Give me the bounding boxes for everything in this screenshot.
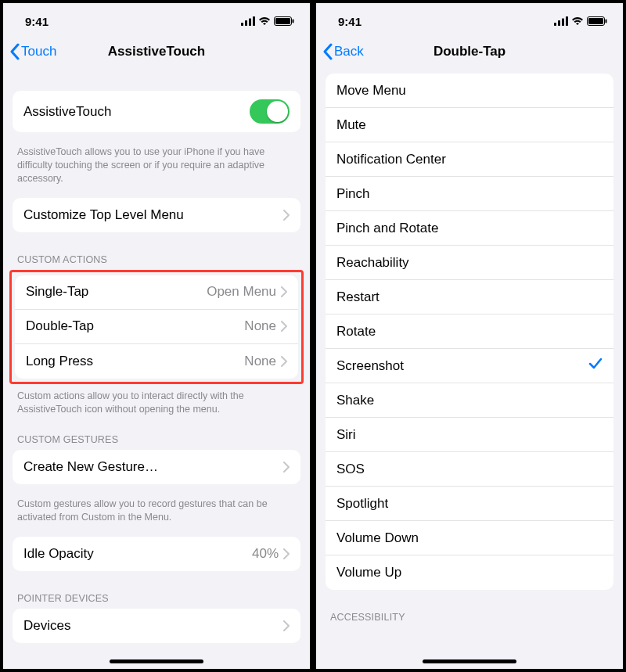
wifi-icon [258,16,271,26]
custom-actions-group: Single-TapOpen MenuDouble-TapNoneLong Pr… [15,275,298,379]
option-screenshot[interactable]: Screenshot [326,349,613,383]
option-label: SOS [336,462,365,477]
signal-icon [554,16,568,26]
option-move-menu[interactable]: Move Menu [326,74,613,108]
chevron-right-icon [283,462,290,473]
option-volume-up[interactable]: Volume Up [326,555,613,590]
create-gesture-label: Create New Gesture… [23,459,158,475]
option-volume-down[interactable]: Volume Down [326,521,613,555]
status-icons [554,16,607,26]
devices-label: Devices [23,618,70,634]
toggle-label: AssistiveTouch [23,104,111,120]
highlight-box: Single-TapOpen MenuDouble-TapNoneLong Pr… [9,270,304,384]
content-left[interactable]: AssistiveTouch AssistiveTouch allows you… [3,69,310,669]
action-label: Single-Tap [26,284,88,300]
chevron-left-icon [9,43,20,60]
options-list: Move MenuMuteNotification CenterPinchPin… [326,74,613,590]
back-button[interactable]: Back [322,43,364,60]
chevron-right-icon [283,548,290,559]
option-label: Notification Center [336,152,446,167]
custom-action-single-tap[interactable]: Single-TapOpen Menu [15,275,298,310]
option-rotate[interactable]: Rotate [326,314,613,349]
svg-rect-10 [566,16,568,26]
option-pinch[interactable]: Pinch [326,177,613,211]
status-time: 9:41 [338,15,362,28]
wifi-icon [571,16,584,26]
nav-bar: Back Double-Tap [316,34,623,69]
idle-opacity-value: 40% [252,546,279,562]
status-time: 9:41 [25,15,49,28]
custom-gestures-footer: Custom gestures allow you to record gest… [3,492,310,529]
option-shake[interactable]: Shake [326,383,613,418]
custom-actions-footer: Custom actions allow you to interact dir… [3,384,310,421]
option-label: Restart [336,289,380,305]
nav-bar: Touch AssistiveTouch [3,34,310,69]
svg-rect-0 [241,23,243,26]
pointer-devices-header: POINTER DEVICES [3,579,310,609]
chevron-right-icon [283,210,290,221]
action-label: Double-Tap [26,318,94,334]
action-value: Open Menu [207,284,276,300]
action-label: Long Press [26,354,93,369]
option-sos[interactable]: SOS [326,452,613,487]
option-siri[interactable]: Siri [326,418,613,452]
devices-cell[interactable]: Devices [13,609,300,643]
chevron-right-icon [281,321,287,332]
chevron-right-icon [281,356,287,367]
battery-icon [587,16,607,26]
option-pinch-and-rotate[interactable]: Pinch and Rotate [326,211,613,246]
custom-actions-header: CUSTOM ACTIONS [3,240,310,270]
assistivetouch-toggle-cell[interactable]: AssistiveTouch [13,91,300,132]
svg-rect-5 [275,18,290,24]
battery-icon [274,16,294,26]
svg-rect-7 [554,23,556,26]
home-indicator[interactable] [110,659,203,663]
option-label: Pinch [336,186,370,202]
status-icons [241,16,294,26]
toggle-switch[interactable] [250,99,290,124]
option-label: Volume Down [336,530,419,546]
svg-rect-2 [249,19,251,27]
option-label: Siri [336,427,356,443]
option-reachability[interactable]: Reachability [326,246,613,280]
status-bar: 9:41 [3,3,310,34]
option-label: Shake [336,393,374,408]
svg-rect-12 [588,18,603,24]
pointer-devices-group: Devices [13,609,300,643]
option-label: Mute [336,117,366,133]
status-bar: 9:41 [316,3,623,34]
svg-rect-1 [245,20,247,26]
customize-group: Customize Top Level Menu [13,198,300,232]
option-label: Volume Up [336,565,401,580]
svg-rect-9 [562,19,564,27]
home-indicator[interactable] [423,659,516,663]
option-spotlight[interactable]: Spotlight [326,487,613,521]
back-label: Back [334,44,364,59]
option-label: Rotate [336,324,376,340]
svg-rect-6 [293,20,294,23]
idle-opacity-cell[interactable]: Idle Opacity 40% [13,537,300,571]
customize-top-level-menu[interactable]: Customize Top Level Menu [13,198,300,232]
custom-action-long-press[interactable]: Long PressNone [15,344,298,379]
option-restart[interactable]: Restart [326,280,613,314]
custom-gestures-group: Create New Gesture… [13,450,300,484]
back-button[interactable]: Touch [9,43,56,60]
back-label: Touch [21,44,56,59]
action-value: None [244,318,276,334]
option-label: Spotlight [336,496,388,512]
phone-right: 9:41 Back Double-Tap Move MenuMuteNotifi… [313,0,626,672]
create-new-gesture[interactable]: Create New Gesture… [13,450,300,484]
toggle-group: AssistiveTouch [13,91,300,132]
custom-action-double-tap[interactable]: Double-TapNone [15,310,298,344]
chevron-left-icon [322,43,333,60]
chevron-right-icon [283,620,290,631]
option-notification-center[interactable]: Notification Center [326,142,613,177]
custom-gestures-header: CUSTOM GESTURES [3,420,310,450]
chevron-right-icon [281,286,287,297]
phone-left: 9:41 Touch AssistiveTouch AssistiveTouch… [0,0,313,672]
content-right[interactable]: Move MenuMuteNotification CenterPinchPin… [316,69,623,669]
option-label: Screenshot [336,358,404,374]
accessibility-header: ACCESSIBILITY [316,598,623,627]
checkmark-icon [588,358,603,374]
option-mute[interactable]: Mute [326,108,613,142]
